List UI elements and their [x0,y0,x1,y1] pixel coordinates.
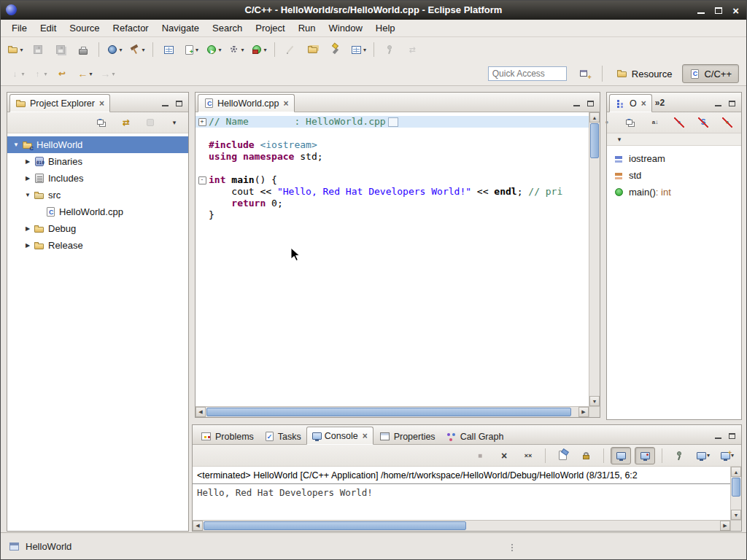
run-button[interactable]: ▾ [204,41,224,58]
minimize-view-button[interactable] [715,438,721,439]
focus-button[interactable]: ● [597,114,617,131]
tree-item-binaries[interactable]: ▶Binaries [7,153,188,170]
fold-margin[interactable]: - [196,174,209,186]
menu-navigate[interactable]: Navigate [155,21,206,35]
close-icon[interactable]: × [363,431,368,441]
fold-plus-icon[interactable]: + [198,118,206,126]
expander-icon[interactable]: ▶ [22,175,34,182]
close-window-button[interactable]: × [732,5,739,16]
clear-console-button[interactable] [552,447,573,464]
tab-properties[interactable]: Properties [374,428,441,445]
tab-outline[interactable]: O × [609,94,652,112]
outline-items[interactable]: iostreamstdmain() : int [607,146,741,201]
close-icon[interactable]: × [99,98,104,109]
maximize-view-button[interactable] [587,101,594,106]
scroll-down-icon[interactable]: ▼ [731,510,741,520]
console-content[interactable]: <terminated> HelloWorld [C/C++ Applicati… [193,467,730,520]
fold-minus-icon[interactable]: - [198,176,206,184]
maximize-window-button[interactable] [715,7,722,14]
scroll-left-icon[interactable]: ◀ [193,521,203,531]
code-editor[interactable]: +// Name : HelloWorld.cpp#include <iostr… [196,112,589,406]
editor-vertical-scrollbar[interactable]: ▲ ▼ [589,112,600,406]
hide-fields-button[interactable]: ● [669,114,689,131]
open-console-button[interactable]: ▾ [717,447,738,464]
maximize-view-button[interactable] [729,433,735,439]
editor-horizontal-scrollbar[interactable]: ◀ ▶ [196,406,589,417]
new-source-file-button[interactable]: ▾ [181,41,201,58]
collapse-all-button[interactable] [621,114,641,131]
build-button[interactable]: ▾ [127,41,147,58]
sort-button[interactable]: a↓ [645,114,665,131]
show-stdout-button[interactable] [611,447,631,464]
perspective-c-c[interactable]: CC/C++ [682,64,739,83]
debug-dialog-button[interactable] [158,41,179,58]
minimize-view-button[interactable] [162,105,169,106]
menu-run[interactable]: Run [292,21,322,35]
minimize-window-button[interactable] [697,12,705,14]
display-selected-console-button[interactable]: ▾ [693,447,713,464]
status-sash-handle[interactable] [511,544,513,545]
console-vertical-scrollbar[interactable]: ▲ ▼ [730,467,741,520]
link-with-editor-button[interactable]: ⇄ [116,114,136,131]
scroll-lock-button[interactable] [576,447,597,464]
pin-console-button[interactable] [669,447,689,464]
open-type-button[interactable] [303,41,323,58]
remove-all-terminated-button[interactable]: ×× [518,447,538,464]
remove-launch-button[interactable]: × [494,447,514,464]
tab-call-graph[interactable]: Call Graph [441,428,509,445]
run-config-button[interactable]: ▾ [226,41,247,58]
tab-overflow-indicator[interactable]: »2 [655,98,665,108]
scroll-left-icon[interactable]: ◀ [196,407,206,417]
menu-project[interactable]: Project [249,21,291,35]
maximize-view-button[interactable] [176,101,182,106]
tree-item-includes[interactable]: ▶Includes [7,170,188,187]
scroll-thumb[interactable] [204,521,466,530]
close-icon[interactable]: × [641,98,646,109]
close-icon[interactable]: × [284,98,289,109]
expander-icon[interactable]: ▼ [22,192,34,198]
open-web-browser-button[interactable]: ▾ [104,41,125,58]
hide-nonpublic-button[interactable]: ● [717,114,738,131]
expander-icon[interactable]: ▶ [22,158,34,165]
console-horizontal-scrollbar[interactable]: ◀ ▶ [193,520,730,531]
menu-window[interactable]: Window [322,21,369,35]
scroll-down-icon[interactable]: ▼ [589,396,600,406]
view-menu-button[interactable]: ▾ [164,114,185,131]
search-button[interactable] [325,41,346,58]
outline-item-main-int[interactable]: main() : int [607,184,741,201]
tree-item-src[interactable]: ▼src [7,187,188,203]
external-tools-button[interactable]: ▾ [249,41,269,58]
scroll-up-icon[interactable]: ▲ [731,467,741,477]
menu-refactor[interactable]: Refactor [107,21,155,35]
outline-item-std[interactable]: std [607,167,741,184]
print-button[interactable] [73,41,93,58]
menu-file[interactable]: File [5,21,34,35]
tab-tasks[interactable]: Tasks [259,428,306,445]
project-tree[interactable]: ▼CHelloWorld▶Binaries▶Includes▼srcHelloW… [7,134,188,531]
menu-search[interactable]: Search [206,21,249,35]
minimize-view-button[interactable] [573,105,580,106]
quick-access-input[interactable] [488,66,567,81]
new-wizard-button[interactable]: +▾ [5,41,26,58]
view-menu-button[interactable]: ▾ [609,131,630,148]
open-perspective-button[interactable] [575,65,595,82]
tree-item-release[interactable]: ▶Release [7,237,188,254]
show-stderr-button[interactable] [635,447,655,464]
menu-help[interactable]: Help [369,21,402,35]
minimize-view-button[interactable] [715,105,721,106]
perspective-resource[interactable]: Resource [609,64,680,83]
expander-icon[interactable]: ▼ [10,141,22,148]
back-button[interactable]: ←▾ [74,65,95,82]
menu-edit[interactable]: Edit [34,21,63,35]
last-edit-location-button[interactable]: ↩ [52,65,72,82]
folded-region-box[interactable] [388,117,398,127]
fold-margin[interactable]: + [196,116,209,128]
tab-project-explorer[interactable]: Project Explorer × [9,94,110,112]
expander-icon[interactable]: ▶ [22,242,34,249]
tab-problems[interactable]: Problems [195,428,259,445]
collapse-all-button[interactable] [92,114,112,131]
menu-source[interactable]: Source [63,21,106,35]
outline-item-iostream[interactable]: iostream [607,150,741,167]
maximize-view-button[interactable] [729,101,735,106]
expander-icon[interactable]: ▶ [22,225,34,232]
